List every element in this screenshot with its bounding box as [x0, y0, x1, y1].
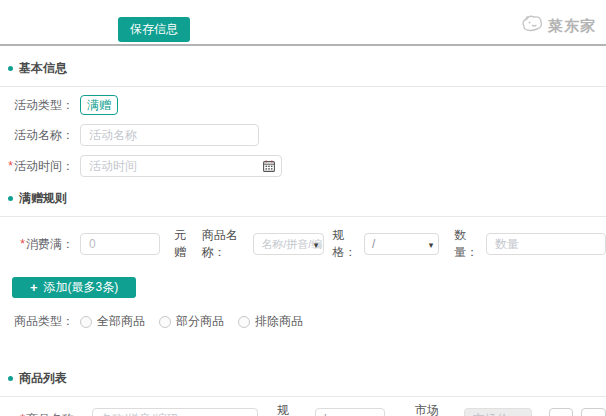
- market-price-input: [464, 408, 532, 416]
- qty-label: 数量：: [454, 227, 484, 261]
- activity-time-row: *活动时间：: [8, 155, 606, 177]
- section-divider: [0, 216, 606, 217]
- section-title-products-text: 商品列表: [19, 370, 67, 387]
- section-title-rule: 满赠规则: [8, 190, 606, 207]
- minus-icon: −: [589, 412, 598, 416]
- activity-type-label: 活动类型：: [8, 97, 74, 114]
- market-price-label: 市场价：: [415, 402, 462, 416]
- product-list-row: *商品名称： 名称/拼音/编码 ▾ 规格： / ▾ 市场价： + −: [8, 402, 606, 416]
- radio-partial-products[interactable]: 部分商品: [159, 313, 224, 330]
- yuan-gift-label: 元赠: [174, 227, 194, 261]
- activity-time-input[interactable]: [80, 155, 282, 177]
- remove-row-button[interactable]: −: [581, 408, 606, 416]
- bullet-icon: [8, 66, 13, 71]
- spec-select[interactable]: / ▾: [315, 408, 385, 416]
- product-type-label: 商品类型：: [8, 313, 74, 330]
- required-mark: *: [20, 412, 25, 416]
- add-rule-button[interactable]: + 添加(最多3条): [12, 277, 136, 298]
- radio-icon: [80, 316, 92, 328]
- radio-icon: [238, 316, 250, 328]
- required-mark: *: [8, 159, 13, 173]
- gift-spec-label: 规格：: [332, 227, 362, 261]
- chevron-down-icon: ▾: [314, 240, 319, 250]
- activity-type-row: 活动类型： 满赠: [8, 95, 606, 115]
- activity-name-row: 活动名称：: [8, 124, 606, 146]
- plus-icon: +: [557, 412, 566, 416]
- rule-row: *消费满： 元赠 商品名称： 名称/拼音/编码 ▾ 规格： / ▾ 数量：: [8, 227, 606, 261]
- qty-input[interactable]: [486, 233, 606, 255]
- gift-product-select[interactable]: 名称/拼音/编码 ▾: [253, 233, 324, 255]
- section-title-basic: 基本信息: [8, 60, 606, 77]
- plus-icon: +: [30, 281, 38, 294]
- section-title-rule-text: 满赠规则: [19, 190, 67, 207]
- product-name-label: *商品名称：: [8, 411, 86, 416]
- add-row-button[interactable]: +: [549, 408, 574, 416]
- product-name-select[interactable]: 名称/拼音/编码 ▾: [92, 408, 258, 416]
- radio-icon: [159, 316, 171, 328]
- header: 保存信息 菜东家: [0, 0, 606, 46]
- activity-type-tag[interactable]: 满赠: [80, 95, 118, 115]
- activity-name-input[interactable]: [80, 124, 259, 146]
- bullet-icon: [8, 376, 13, 381]
- activity-name-label: 活动名称：: [8, 127, 74, 144]
- required-mark: *: [20, 237, 25, 251]
- form-area: 基本信息 活动类型： 满赠 活动名称： *活动时间：: [0, 60, 606, 416]
- spend-amount-input[interactable]: [80, 233, 160, 255]
- brand-logo: 菜东家: [520, 14, 596, 38]
- section-divider: [0, 86, 606, 87]
- gift-spec-select[interactable]: / ▾: [364, 233, 439, 255]
- spend-label: *消费满：: [8, 236, 74, 253]
- product-type-row: 商品类型： 全部商品 部分商品 排除商品: [8, 313, 606, 330]
- section-title-products: 商品列表: [8, 370, 606, 387]
- mascot-icon: [520, 14, 544, 38]
- section-title-basic-text: 基本信息: [19, 60, 67, 77]
- radio-exclude-products[interactable]: 排除商品: [238, 313, 303, 330]
- save-button[interactable]: 保存信息: [118, 17, 190, 42]
- chevron-down-icon: ▾: [429, 240, 434, 250]
- bullet-icon: [8, 196, 13, 201]
- gift-product-name-label: 商品名称：: [202, 227, 251, 261]
- activity-time-label: *活动时间：: [8, 158, 74, 175]
- spec-label: 规格：: [277, 402, 312, 416]
- page: 保存信息 菜东家 基本信息 活动类型： 满赠 活动名称：: [0, 0, 606, 416]
- brand-name: 菜东家: [548, 17, 596, 36]
- section-divider: [0, 396, 606, 397]
- radio-all-products[interactable]: 全部商品: [80, 313, 145, 330]
